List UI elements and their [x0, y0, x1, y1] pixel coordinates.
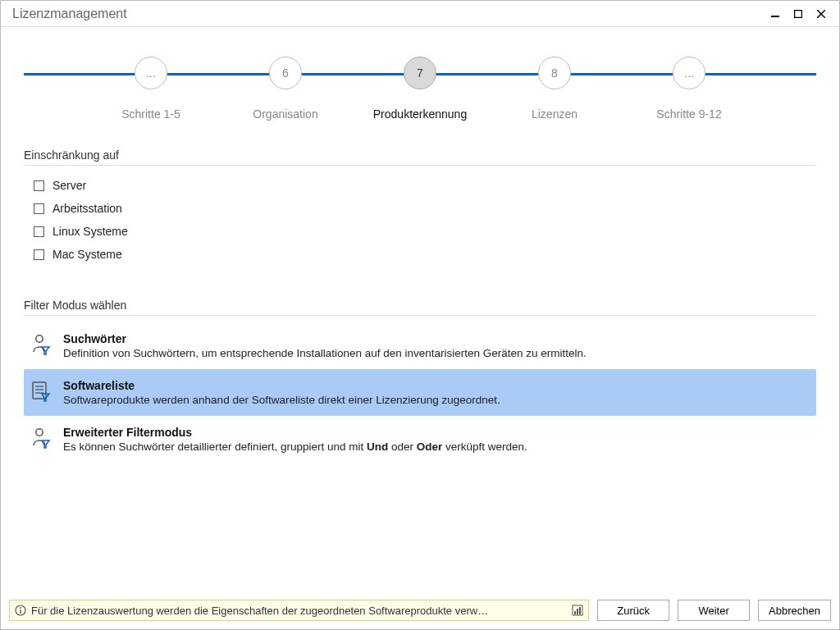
person-filter-icon [30, 334, 52, 355]
svg-rect-1 [795, 10, 802, 17]
step-9-12[interactable]: ... Schritte 9-12 [640, 57, 738, 121]
svg-point-9 [36, 429, 43, 436]
restriction-item-server[interactable]: Server [24, 174, 816, 197]
filter-option-texts: Suchwörter Definition von Suchwörtern, u… [63, 332, 808, 359]
step-circle: ... [673, 57, 705, 89]
svg-rect-12 [20, 609, 21, 614]
step-circle: 8 [538, 57, 571, 89]
svg-rect-14 [574, 611, 576, 614]
checkbox-label: Arbeitsstation [52, 202, 122, 215]
step-organisation[interactable]: 6 Organisation [236, 57, 335, 121]
restriction-section-title: Einschränkung auf [24, 148, 816, 166]
filter-option-texts: Erweiterter Filtermodus Es können Suchwö… [63, 426, 808, 453]
minimize-icon [771, 10, 779, 18]
info-text: Für die Lizenzauswertung werden die Eige… [31, 605, 567, 617]
checkbox-label: Server [52, 179, 86, 192]
wizard-stepper: ... Schritte 1-5 6 Organisation 7 Produk… [24, 57, 816, 122]
window-title: Lizenzmanagement [7, 7, 764, 21]
back-button[interactable]: Zurück [597, 600, 669, 621]
checkbox-label: Mac Systeme [52, 248, 122, 261]
maximize-icon [794, 10, 802, 18]
filter-option-erweitert[interactable]: Erweiterter Filtermodus Es können Suchwö… [24, 416, 816, 463]
step-circle: ... [135, 57, 167, 89]
step-label: Organisation [253, 107, 317, 121]
step-lizenzen[interactable]: 8 Lizenzen [505, 57, 604, 121]
step-label: Lizenzen [532, 107, 578, 121]
svg-point-11 [20, 607, 21, 609]
restriction-item-arbeitsstation[interactable]: Arbeitsstation [24, 197, 816, 220]
text: oder [388, 441, 417, 453]
restriction-checklist: Server Arbeitsstation Linux Systeme Mac … [24, 174, 816, 266]
filter-option-title: Suchwörter [63, 332, 808, 345]
info-bar: Für die Lizenzauswertung werden die Eige… [9, 600, 589, 621]
checkbox-icon[interactable] [34, 249, 44, 260]
svg-rect-16 [579, 607, 581, 614]
stepper-nodes: ... Schritte 1-5 6 Organisation 7 Produk… [24, 57, 816, 121]
text: verküpft werden. [442, 441, 527, 453]
close-button[interactable] [810, 4, 833, 24]
titlebar: Lizenzmanagement [1, 1, 839, 27]
checkbox-label: Linux Systeme [52, 225, 128, 238]
filter-option-desc: Es können Suchwörter detaillierter defin… [63, 441, 808, 453]
maximize-button[interactable] [787, 4, 810, 24]
info-icon [15, 605, 26, 616]
svg-rect-0 [771, 16, 779, 17]
bold-text: Und [367, 441, 388, 453]
svg-rect-15 [577, 609, 578, 614]
filter-mode-options: Suchwörter Definition von Suchwörtern, u… [24, 322, 816, 463]
filter-option-texts: Softwareliste Softwareprodukte werden an… [63, 379, 808, 406]
filter-option-softwareliste[interactable]: Softwareliste Softwareprodukte werden an… [24, 369, 816, 416]
footer: Für die Lizenzauswertung werden die Eige… [1, 593, 839, 629]
filter-option-title: Softwareliste [63, 379, 808, 392]
restriction-item-mac[interactable]: Mac Systeme [24, 243, 816, 266]
close-icon [817, 10, 825, 18]
chart-icon[interactable] [572, 605, 583, 616]
step-circle: 6 [269, 57, 302, 89]
checkbox-icon[interactable] [34, 203, 44, 214]
step-label: Schritte 1-5 [121, 107, 180, 121]
checkbox-icon[interactable] [34, 180, 44, 191]
filter-mode-section-title: Filter Modus wählen [24, 299, 816, 316]
filter-option-title: Erweiterter Filtermodus [63, 426, 808, 439]
filter-option-desc: Softwareprodukte werden anhand der Softw… [63, 394, 808, 406]
checkbox-icon[interactable] [34, 226, 44, 237]
filter-option-suchwoerter[interactable]: Suchwörter Definition von Suchwörtern, u… [24, 322, 816, 369]
step-label: Schritte 9-12 [656, 107, 721, 121]
list-filter-icon [30, 381, 52, 402]
text: Es können Suchwörter detaillierter defin… [63, 441, 367, 453]
step-label: Produkterkennung [373, 107, 467, 121]
filter-option-desc: Definition von Suchwörtern, um entsprech… [63, 347, 808, 359]
step-produkterkennung[interactable]: 7 Produkterkennung [371, 57, 469, 121]
minimize-button[interactable] [764, 4, 787, 24]
bold-text: Oder [417, 441, 443, 453]
person-filter-icon [30, 427, 52, 449]
step-1-5[interactable]: ... Schritte 1-5 [102, 57, 200, 121]
svg-point-4 [36, 336, 43, 342]
cancel-button[interactable]: Abbrechen [758, 600, 831, 621]
content-area: ... Schritte 1-5 6 Organisation 7 Produk… [1, 27, 839, 593]
step-circle: 7 [404, 57, 436, 89]
next-button[interactable]: Weiter [678, 600, 750, 621]
restriction-item-linux[interactable]: Linux Systeme [24, 220, 816, 243]
